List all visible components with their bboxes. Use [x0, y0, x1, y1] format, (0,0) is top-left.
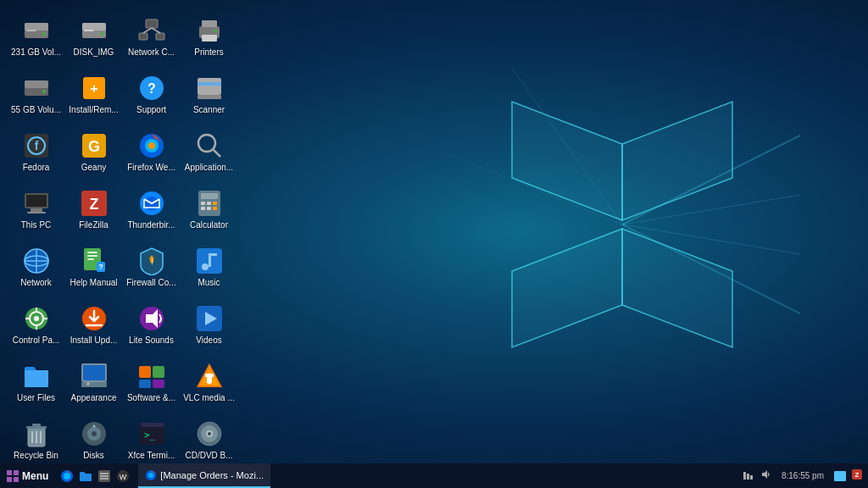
quicklaunch-folder[interactable] — [77, 468, 94, 485]
svg-rect-28 — [202, 20, 217, 27]
svg-marker-161 — [762, 470, 767, 479]
thispc-icon — [21, 188, 52, 219]
svg-rect-74 — [87, 255, 97, 257]
icon-firewall[interactable]: Firewall Co... — [124, 239, 179, 294]
system-clock[interactable]: 8:16:55 pm — [776, 471, 829, 480]
icon-disks[interactable]: Disks — [66, 412, 121, 463]
icon-vlc[interactable]: VLC media ... — [181, 354, 236, 409]
userfiles-icon — [21, 361, 52, 391]
quicklaunch-settings[interactable] — [96, 468, 113, 485]
icon-label: Music — [198, 278, 220, 288]
start-button[interactable]: Menu — [0, 463, 55, 488]
network-config-icon — [136, 15, 167, 46]
icon-231gb-volume[interactable]: 231 GB Vol... — [8, 8, 64, 64]
svg-rect-38 — [198, 78, 221, 95]
icon-label: Lite Sounds — [129, 336, 174, 346]
icon-user-files[interactable]: User Files — [8, 354, 64, 409]
icon-control-panel[interactable]: Control Pa... — [8, 297, 64, 352]
icon-videos[interactable]: Videos — [181, 297, 236, 352]
svg-rect-60 — [201, 193, 218, 199]
icon-software[interactable]: Software &... — [124, 354, 179, 409]
svg-point-149 — [64, 473, 70, 480]
icon-lite-sounds[interactable]: Lite Sounds — [124, 297, 179, 352]
firefox-icon — [136, 130, 167, 161]
icon-fedora[interactable]: f Fedora — [8, 124, 64, 179]
svg-text:>_: >_ — [144, 430, 156, 441]
svg-line-26 — [152, 28, 160, 33]
icon-label: Software &... — [127, 393, 175, 403]
scanner-icon — [194, 73, 225, 103]
svg-text:f: f — [34, 139, 38, 152]
svg-rect-15 — [25, 23, 48, 30]
svg-rect-110 — [26, 426, 47, 429]
svg-rect-75 — [87, 258, 94, 260]
icon-recycle-bin[interactable]: Recycle Bin — [8, 412, 64, 463]
svg-rect-100 — [139, 366, 151, 378]
icon-label: User Files — [17, 393, 55, 403]
icon-55gb-volume[interactable]: 55 GB Volu... — [8, 66, 64, 121]
icon-label: Network — [20, 278, 52, 288]
icon-network[interactable]: Network — [8, 239, 64, 294]
svg-rect-103 — [153, 380, 164, 388]
svg-point-48 — [148, 142, 155, 149]
icon-scanner[interactable]: Scanner — [181, 66, 236, 121]
icon-appearance[interactable]: Appearance — [66, 354, 121, 409]
icon-label: Disks — [83, 451, 103, 461]
hdd2-icon — [21, 73, 52, 103]
tray-indicator[interactable] — [834, 471, 846, 481]
icon-cddvd[interactable]: CD/DVD B... — [181, 412, 236, 463]
system-tray: 8:16:55 pm Z — [737, 469, 868, 484]
quicklaunch-extra[interactable]: W — [114, 468, 131, 485]
svg-point-157 — [148, 473, 153, 478]
svg-rect-62 — [207, 202, 211, 205]
icon-support[interactable]: ? Support — [124, 66, 179, 121]
icon-network-config[interactable]: Network C... — [124, 8, 179, 64]
icon-thunderbird[interactable]: Thunderbir... — [124, 181, 179, 236]
svg-rect-152 — [100, 475, 108, 477]
icon-install-update[interactable]: Install Upd... — [66, 297, 121, 352]
icon-music[interactable]: Music — [181, 239, 236, 294]
svg-point-99 — [86, 382, 90, 385]
icon-label: CD/DVD B... — [185, 451, 232, 461]
icon-calculator[interactable]: Calculator — [181, 181, 236, 236]
icon-label: Install/Rem... — [69, 105, 118, 115]
disk-icon — [79, 15, 109, 46]
svg-rect-39 — [198, 82, 221, 86]
svg-rect-151 — [100, 473, 108, 474]
icon-label: Geany — [81, 163, 106, 173]
svg-rect-32 — [25, 80, 48, 88]
svg-point-33 — [42, 90, 46, 93]
icon-filezilla[interactable]: Z FileZilla — [66, 181, 121, 236]
icon-application-search[interactable]: Application... — [181, 124, 236, 179]
svg-rect-120 — [141, 423, 164, 427]
svg-rect-64 — [201, 207, 205, 210]
icon-install-remove[interactable]: + Install/Rem... — [66, 66, 121, 121]
svg-text:W: W — [120, 473, 127, 481]
icon-label: Calculator — [190, 220, 228, 230]
svg-point-84 — [34, 316, 39, 321]
svg-line-50 — [214, 150, 220, 157]
icon-label: Application... — [185, 163, 233, 173]
xfceterm-icon: >_ — [136, 419, 167, 449]
svg-text:?: ? — [98, 263, 103, 271]
tray-volume-icon[interactable] — [760, 469, 771, 484]
icon-label: DISK_IMG — [74, 47, 114, 58]
cddvd-icon — [194, 419, 225, 449]
icon-label: Thunderbir... — [127, 220, 175, 230]
icon-geany[interactable]: G Geany — [66, 124, 121, 179]
svg-rect-81 — [209, 253, 217, 256]
icon-this-pc[interactable]: This PC — [8, 181, 64, 236]
firewall-icon — [136, 246, 167, 276]
icon-firefox[interactable]: Firefox We... — [124, 124, 179, 179]
geany-icon: G — [79, 130, 109, 161]
icon-disk-img[interactable]: DISK_IMG — [66, 8, 121, 64]
tray-network-icon[interactable] — [743, 469, 754, 484]
icon-label: Firewall Co... — [126, 278, 175, 288]
icon-printers[interactable]: Printers — [181, 8, 236, 64]
svg-point-125 — [208, 432, 211, 435]
quicklaunch-firefox[interactable] — [58, 468, 75, 485]
icon-xfce-terminal[interactable]: >_ Xfce Termi... — [124, 412, 179, 463]
icon-help-manual[interactable]: ? Help Manual — [66, 239, 121, 294]
taskbar-window-firefox[interactable]: [Manage Orders - Mozi... — [138, 463, 270, 488]
tray-filezilla-icon[interactable]: Z — [851, 469, 863, 484]
